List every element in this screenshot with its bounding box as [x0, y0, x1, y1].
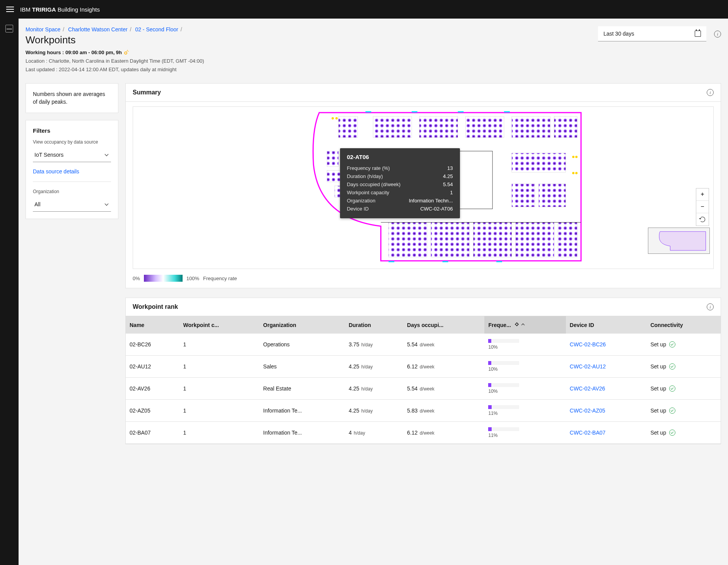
table-row[interactable]: 02-BA071Information Te...4 h/day6.12 d/w…	[126, 422, 721, 444]
minimap[interactable]	[648, 228, 710, 254]
svg-rect-15	[539, 184, 566, 207]
col-duration[interactable]: Duration	[345, 316, 403, 334]
col-days[interactable]: Days occupi...	[403, 316, 484, 334]
workpoint-tooltip: 02-AT06 Frequency rate (%)13Duration (h/…	[340, 148, 460, 218]
svg-point-0	[125, 52, 127, 54]
svg-rect-8	[554, 116, 577, 138]
summary-panel: Summary i	[125, 83, 721, 288]
svg-rect-18	[473, 223, 512, 257]
svg-point-23	[572, 156, 574, 158]
workpoint-table: Name Workpoint c... Organization Duratio…	[126, 316, 721, 444]
reset-view-button[interactable]	[696, 213, 709, 226]
filters-heading: Filters	[33, 127, 111, 134]
device-link[interactable]: CWC-02-BA07	[570, 430, 606, 436]
weather-icon	[123, 49, 130, 55]
svg-point-21	[332, 117, 334, 120]
svg-point-36	[516, 323, 518, 325]
svg-rect-7	[512, 116, 550, 138]
top-bar: IBM TRIRIGA Building Insights	[0, 0, 728, 19]
col-capacity[interactable]: Workpoint c...	[179, 316, 260, 334]
frequency-legend: 0% 100% Frequency rate	[126, 274, 721, 288]
organization-select[interactable]: All	[33, 198, 111, 212]
device-link[interactable]: CWC-02-AU12	[570, 363, 606, 370]
col-name[interactable]: Name	[126, 316, 179, 334]
checkmark working-icon	[669, 363, 675, 370]
main-content: Monitor Space/ Charlotte Watson Center/ …	[19, 19, 728, 565]
data-source-details-link[interactable]: Data source details	[33, 168, 79, 175]
table-row[interactable]: 02-AZ051Information Te...4.25 h/day5.83 …	[126, 400, 721, 422]
svg-rect-19	[516, 223, 554, 257]
page-meta: Working hours : 09:00 am - 06:00 pm, 9h …	[26, 48, 204, 74]
table-header: Name Workpoint c... Organization Duratio…	[126, 316, 721, 334]
svg-point-22	[335, 117, 338, 120]
tip-text: Numbers shown are averages of daily peak…	[33, 91, 111, 106]
svg-rect-5	[419, 116, 458, 138]
col-connectivity[interactable]: Connectivity	[646, 316, 721, 334]
device-link[interactable]: CWC-02-AV26	[570, 385, 605, 392]
checkmark working-icon	[669, 341, 675, 348]
legend-gradient	[144, 275, 183, 282]
rank-title: Workpoint rank	[133, 303, 178, 310]
svg-rect-3	[338, 116, 358, 138]
svg-rect-14	[512, 184, 535, 207]
svg-rect-16	[388, 223, 427, 257]
table-row[interactable]: 02-BC261Operations3.75 h/day5.54 d/week1…	[126, 334, 721, 356]
svg-point-24	[575, 156, 578, 158]
space-nav-icon[interactable]	[5, 25, 13, 33]
info-icon[interactable]: i	[707, 89, 714, 96]
breadcrumb: Monitor Space/ Charlotte Watson Center/ …	[26, 26, 204, 33]
info-icon[interactable]: i	[707, 303, 714, 310]
left-rail	[0, 19, 19, 565]
floor-plan[interactable]: 02-AT06 Frequency rate (%)13Duration (h/…	[126, 102, 721, 274]
svg-rect-6	[465, 116, 504, 138]
svg-point-25	[572, 172, 574, 174]
workpoint-rank-panel: Workpoint rank i Name Workpoint c... Org…	[125, 298, 721, 444]
svg-rect-13	[512, 153, 566, 173]
reset-icon	[700, 217, 705, 222]
breadcrumb-link[interactable]: Monitor Space	[26, 26, 60, 33]
chevron-down-icon	[104, 202, 109, 207]
breadcrumb-link[interactable]: 02 - Second Floor	[135, 26, 178, 33]
sort-asc-icon	[521, 322, 525, 326]
svg-rect-4	[373, 116, 412, 138]
menu-icon[interactable]	[6, 7, 14, 12]
checkmark working-icon	[669, 407, 675, 414]
calendar-icon	[695, 31, 701, 37]
info-icon[interactable]: i	[714, 31, 721, 38]
data-source-select[interactable]: IoT Sensors	[33, 149, 111, 162]
col-frequency[interactable]: Freque...	[484, 316, 566, 334]
zoom-out-button[interactable]: −	[696, 201, 709, 213]
date-range-picker[interactable]: Last 30 days	[598, 26, 706, 41]
filters-sidebar: Numbers shown are averages of daily peak…	[26, 83, 118, 444]
col-device-id[interactable]: Device ID	[566, 316, 647, 334]
page-title: Workpoints	[26, 34, 204, 46]
product-brand: IBM TRIRIGA Building Insights	[20, 6, 100, 13]
breadcrumb-link[interactable]: Charlotte Watson Center	[68, 26, 128, 33]
svg-rect-20	[558, 223, 577, 257]
device-link[interactable]: CWC-02-AZ05	[570, 407, 605, 414]
chevron-down-icon	[104, 152, 109, 158]
col-organization[interactable]: Organization	[259, 316, 345, 334]
svg-rect-17	[431, 223, 470, 257]
checkmark working-icon	[669, 430, 675, 436]
summary-title: Summary	[133, 89, 161, 96]
map-controls: + −	[696, 188, 709, 226]
checkmark working-icon	[669, 385, 675, 392]
zoom-in-button[interactable]: +	[696, 188, 709, 201]
svg-rect-9	[327, 151, 338, 167]
table-row[interactable]: 02-AU121Sales4.25 h/day6.12 d/week10%CWC…	[126, 356, 721, 378]
table-row[interactable]: 02-AV261Real Estate4.25 h/day5.54 d/week…	[126, 378, 721, 400]
settings-icon	[514, 322, 520, 327]
device-link[interactable]: CWC-02-BC26	[570, 341, 606, 348]
svg-point-26	[575, 172, 578, 174]
